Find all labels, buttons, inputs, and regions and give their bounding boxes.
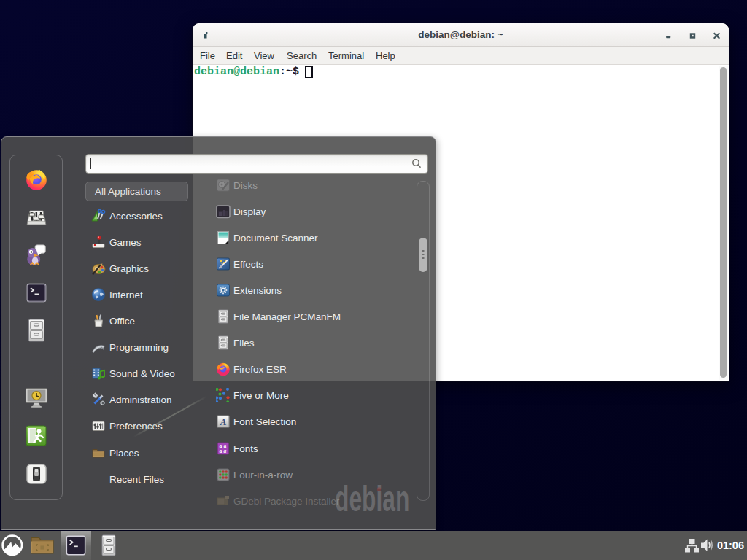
svg-text:a: a [224,448,227,454]
svg-text:a: a [220,448,222,454]
svg-text:A: A [220,416,227,427]
